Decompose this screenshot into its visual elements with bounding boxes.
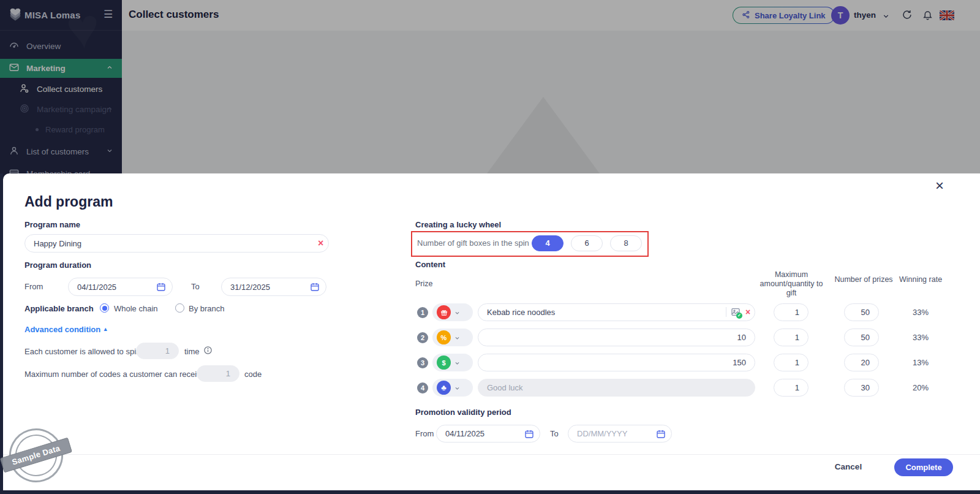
codes-limit-input[interactable]	[197, 365, 239, 382]
winning-rate-value: 13%	[890, 358, 951, 367]
spin-limit-input[interactable]	[136, 343, 179, 359]
number-of-prizes-input[interactable]	[844, 354, 879, 371]
row-number-badge: 4	[417, 382, 428, 393]
cancel-button[interactable]: Cancel	[824, 462, 873, 471]
modal-title: Add program	[24, 194, 113, 210]
window-bottom-edge	[0, 490, 980, 494]
spin-limit-text: Each customer is allowed to spin	[24, 347, 140, 356]
number-of-prizes-input[interactable]	[844, 379, 879, 397]
gift-boxes-count-label: Number of gift boxes in the spin	[417, 238, 529, 248]
prize-name-input-disabled	[478, 379, 755, 397]
prize-type-select-gift[interactable]	[432, 303, 473, 321]
by-branch-label[interactable]: By branch	[189, 304, 225, 313]
codes-limit-text: Maximum number of codes a customer can r…	[24, 370, 205, 379]
background-triangle-shape	[487, 97, 600, 173]
max-amount-column-header: Maximum amount/quantity to gift	[755, 270, 828, 298]
number-of-prizes-column-header: Number of prizes	[834, 275, 893, 284]
clear-program-name-icon[interactable]: ×	[318, 238, 323, 248]
dollar-icon: $	[437, 355, 451, 370]
row-number-badge: 3	[417, 357, 428, 368]
calendar-icon[interactable]	[310, 282, 320, 292]
number-of-prizes-input[interactable]	[844, 329, 879, 346]
percent-icon: %	[437, 330, 451, 344]
screen: Collect customers Share Loyalty Link T t…	[0, 0, 980, 494]
duration-from-label: From	[24, 282, 43, 291]
max-amount-input[interactable]	[774, 329, 809, 346]
max-amount-input[interactable]	[774, 303, 809, 321]
chevron-down-icon	[454, 332, 460, 343]
prize-value-input[interactable]	[478, 329, 755, 346]
whole-chain-label[interactable]: Whole chain	[114, 304, 158, 313]
prize-type-select-percent[interactable]: %	[432, 329, 473, 346]
prize-image-icon[interactable]: ✓	[731, 307, 741, 319]
calendar-icon[interactable]	[524, 429, 534, 439]
add-program-modal: × Add program Program name × Program dur…	[3, 173, 980, 490]
spin-unit-label: time	[184, 347, 200, 356]
winning-rate-column-header: Winning rate	[892, 275, 949, 284]
max-amount-input[interactable]	[774, 354, 809, 371]
complete-button[interactable]: Complete	[894, 458, 953, 476]
program-name-input[interactable]	[24, 234, 329, 253]
info-icon[interactable]	[203, 346, 213, 357]
gift-boxes-option-6[interactable]: 6	[571, 235, 603, 251]
image-uploaded-check-icon: ✓	[736, 313, 742, 319]
gift-boxes-option-4[interactable]: 4	[532, 235, 564, 251]
max-amount-input[interactable]	[774, 379, 809, 397]
winning-rate-value: 33%	[890, 333, 951, 342]
prize-value-input[interactable]	[478, 354, 755, 371]
codes-unit-label: code	[244, 370, 262, 379]
winning-rate-value: 20%	[890, 383, 951, 392]
by-branch-radio[interactable]	[175, 303, 184, 313]
program-duration-label: Program duration	[24, 260, 91, 270]
prize-name-input[interactable]	[478, 303, 755, 321]
chevron-down-icon	[454, 307, 460, 318]
input-divider	[726, 307, 726, 317]
clover-icon: ♣	[437, 381, 451, 395]
prize-column-header: Prize	[415, 279, 432, 289]
row-number-badge: 2	[417, 332, 428, 343]
winning-rate-value: 33%	[890, 308, 951, 317]
calendar-icon[interactable]	[156, 282, 166, 292]
duration-to-label: To	[191, 282, 200, 291]
footer-divider	[3, 454, 980, 455]
advanced-condition-link[interactable]: Advanced condition ▲	[24, 325, 108, 334]
whole-chain-radio[interactable]	[100, 303, 109, 313]
promotion-validity-label: Promotion validity period	[415, 408, 511, 417]
collapse-caret-icon: ▲	[103, 326, 108, 332]
validity-from-label: From	[415, 429, 434, 438]
prize-type-select-good-luck[interactable]: ♣	[432, 379, 473, 397]
close-icon[interactable]: ×	[935, 177, 944, 194]
prize-type-select-money[interactable]: $	[432, 354, 473, 371]
content-section-label: Content	[415, 260, 445, 269]
advanced-condition-text: Advanced condition	[24, 325, 100, 334]
window-left-edge	[0, 173, 3, 494]
applicable-branch-label: Applicable branch	[24, 304, 94, 313]
program-name-label: Program name	[24, 220, 80, 229]
chevron-down-icon	[454, 382, 460, 393]
gift-boxes-option-8[interactable]: 8	[610, 235, 642, 251]
gift-icon	[437, 305, 451, 319]
row-number-badge: 1	[417, 307, 428, 318]
lucky-wheel-section-label: Creating a lucky wheel	[415, 220, 501, 229]
calendar-icon[interactable]	[656, 429, 666, 439]
number-of-prizes-input[interactable]	[844, 303, 879, 321]
remove-prize-icon[interactable]: ×	[745, 308, 750, 316]
validity-to-label: To	[550, 429, 559, 438]
chevron-down-icon	[454, 357, 460, 368]
